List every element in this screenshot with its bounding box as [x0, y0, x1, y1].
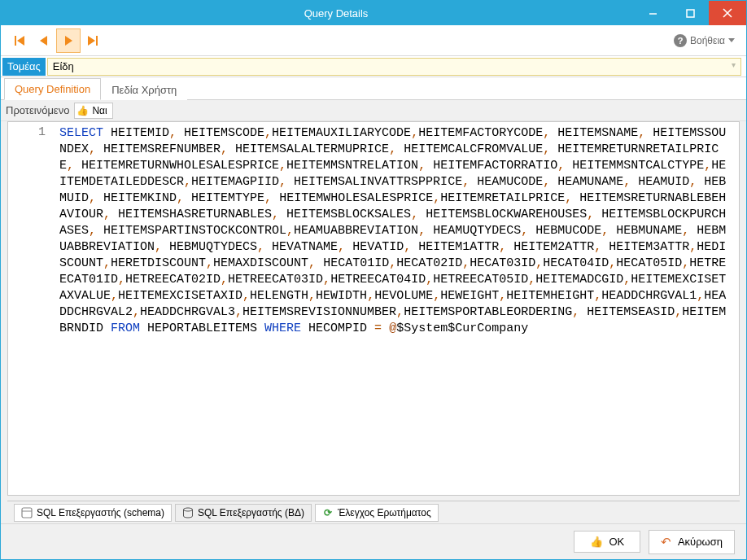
main-tabs: Query Definition Πεδία Χρήστη	[1, 77, 746, 100]
domain-input[interactable]	[47, 58, 741, 76]
next-record-button[interactable]	[56, 28, 81, 53]
editor-gutter: 1	[8, 122, 53, 495]
svg-point-12	[183, 508, 192, 511]
svg-rect-9	[96, 36, 98, 46]
first-record-button[interactable]	[7, 28, 32, 53]
minimize-button[interactable]	[634, 1, 671, 25]
recommended-value-box[interactable]: 👍 Ναι	[74, 103, 112, 119]
schema-label: SQL Επεξεργαστής (schema)	[37, 507, 164, 518]
caret-down-icon	[728, 38, 735, 42]
recommended-value: Ναι	[92, 105, 107, 116]
prev-icon	[38, 35, 50, 46]
undo-icon: ↶	[661, 535, 671, 549]
tab-query-definition[interactable]: Query Definition	[4, 78, 101, 100]
sql-editor-schema-button[interactable]: SQL Επεξεργαστής (schema)	[14, 504, 172, 522]
cancel-button[interactable]: ↶ Ακύρωση	[649, 530, 735, 554]
bottom-tabs: SQL Επεξεργαστής (schema) SQL Επεξεργαστ…	[7, 501, 740, 523]
minimize-icon	[649, 9, 657, 18]
dropdown-icon[interactable]: ▾	[728, 60, 738, 69]
close-button[interactable]	[709, 1, 746, 25]
svg-rect-4	[15, 36, 16, 46]
thumb-up-icon: 👍	[590, 536, 603, 548]
cancel-label: Ακύρωση	[678, 536, 723, 548]
tab-user-fields[interactable]: Πεδία Χρήστη	[101, 79, 187, 100]
db-icon	[182, 507, 194, 518]
recommended-label: Προτεινόμενο	[6, 104, 69, 116]
line-number: 1	[11, 125, 46, 139]
query-check-button[interactable]: ⟳ Έλεγχος Ερωτήματος	[315, 504, 439, 522]
last-icon	[87, 35, 98, 46]
check-label: Έλεγχος Ερωτήματος	[338, 507, 431, 518]
prev-record-button[interactable]	[32, 28, 56, 53]
maximize-icon	[686, 9, 695, 18]
svg-marker-8	[88, 36, 95, 46]
db-label: SQL Επεξεργαστής (ΒΔ)	[198, 507, 304, 518]
window-title: Query Details	[38, 7, 634, 20]
sql-editor-db-button[interactable]: SQL Επεξεργαστής (ΒΔ)	[175, 504, 312, 522]
svg-line-3	[723, 9, 732, 17]
svg-marker-6	[40, 36, 47, 46]
last-record-button[interactable]	[81, 28, 105, 53]
footer: 👍 OK ↶ Ακύρωση	[1, 523, 746, 559]
domain-input-wrap: ▾	[47, 58, 741, 76]
domain-row: Τομέας ▾	[1, 56, 746, 77]
domain-label: Τομέας	[2, 58, 46, 76]
svg-marker-7	[65, 36, 72, 46]
svg-marker-5	[17, 36, 24, 46]
help-icon: ?	[674, 34, 687, 47]
maximize-button[interactable]	[671, 1, 709, 25]
help-label: Βοήθεια	[690, 35, 725, 46]
first-icon	[14, 35, 25, 46]
titlebar: Query Details	[1, 1, 746, 25]
editor-content[interactable]: SELECT HEITEMID, HEITEMSCODE,HEITEMAUXIL…	[53, 122, 739, 495]
sql-editor[interactable]: 1 SELECT HEITEMID, HEITEMSCODE,HEITEMAUX…	[7, 121, 740, 496]
ok-label: OK	[609, 536, 625, 548]
schema-icon	[21, 507, 33, 518]
close-icon	[723, 8, 732, 18]
toolbar: ? Βοήθεια	[1, 25, 746, 56]
recommended-row: Προτεινόμενο 👍 Ναι	[1, 100, 746, 121]
check-icon: ⟳	[322, 507, 334, 518]
next-icon	[63, 35, 74, 46]
svg-line-2	[723, 9, 732, 17]
window-root: Query Details	[0, 0, 747, 560]
window-controls	[634, 1, 746, 25]
help-button[interactable]: ? Βοήθεια	[669, 31, 740, 50]
svg-rect-1	[687, 10, 694, 17]
svg-rect-10	[22, 508, 32, 518]
record-nav-group	[7, 28, 105, 53]
thumb-up-icon: 👍	[76, 105, 89, 116]
ok-button[interactable]: 👍 OK	[574, 531, 640, 553]
